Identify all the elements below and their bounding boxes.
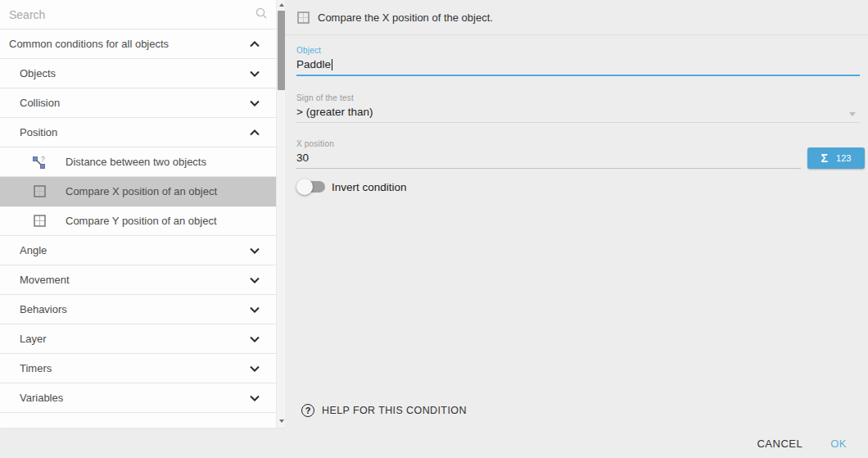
object-field-input[interactable]: Paddle xyxy=(296,55,860,75)
chevron-down-icon xyxy=(250,97,260,109)
condition-item-compare-y-position[interactable]: Compare Y position of an object xyxy=(0,206,276,236)
chevron-up-icon xyxy=(250,38,260,50)
numbers-123-icon: 123 xyxy=(836,153,851,163)
help-button[interactable]: ? HELP FOR THIS CONDITION xyxy=(285,404,868,429)
invert-condition-toggle[interactable] xyxy=(298,181,325,193)
sidebar-group-common-conditions[interactable]: Common conditions for all objects xyxy=(0,29,276,59)
help-question-icon: ? xyxy=(301,404,314,417)
sidebar-item-angle[interactable]: Angle xyxy=(0,236,276,265)
chevron-down-icon xyxy=(250,244,260,256)
condition-header: Compare the X position of the object. xyxy=(285,0,868,35)
search-input[interactable] xyxy=(9,8,255,21)
chevron-up-icon xyxy=(250,126,260,138)
text-cursor xyxy=(332,59,332,70)
chevron-down-icon xyxy=(250,392,260,404)
distance-icon: ? xyxy=(32,155,47,170)
sidebar-item-behaviors[interactable]: Behaviors xyxy=(0,295,276,324)
condition-title: Compare the X position of the object. xyxy=(318,11,493,24)
sidebar-item-position[interactable]: Position xyxy=(0,118,276,147)
help-button-label: HELP FOR THIS CONDITION xyxy=(322,405,467,416)
sign-select[interactable]: > (greater than) xyxy=(296,102,860,122)
x-position-field-block: X position 30 Σ 123 xyxy=(296,139,865,169)
chevron-down-icon xyxy=(250,274,260,286)
cancel-button[interactable]: CANCEL xyxy=(757,438,802,450)
expression-builder-button[interactable]: Σ 123 xyxy=(807,147,865,169)
chevron-down-icon xyxy=(250,303,260,315)
condition-item-compare-x-position[interactable]: Compare X position of an object xyxy=(0,177,276,206)
dropdown-caret-icon xyxy=(849,112,856,116)
search-row xyxy=(0,0,276,29)
condition-editor-panel: Compare the X position of the object. Ob… xyxy=(285,0,868,458)
x-position-input[interactable]: 30 xyxy=(296,148,801,168)
compare-y-position-icon xyxy=(32,214,47,229)
chevron-down-icon xyxy=(250,333,260,345)
compare-x-position-icon xyxy=(32,184,47,199)
sidebar-item-timers[interactable]: Timers xyxy=(0,354,276,383)
sidebar-item-variables[interactable]: Variables xyxy=(0,383,276,413)
compare-x-position-icon xyxy=(296,11,310,25)
chevron-down-icon xyxy=(250,362,260,374)
sidebar-scrollbar[interactable] xyxy=(276,0,285,428)
conditions-list: Common conditions for all objects Object… xyxy=(0,0,276,428)
condition-item-distance-between-two-objects[interactable]: ? Distance between two objects xyxy=(0,147,276,177)
sidebar-item-objects[interactable]: Objects xyxy=(0,59,276,88)
edit-condition-dialog: Common conditions for all objects Object… xyxy=(0,0,868,458)
sidebar-item-collision[interactable]: Collision xyxy=(0,88,276,118)
x-position-field-label: X position xyxy=(296,139,801,148)
ok-button[interactable]: OK xyxy=(830,438,847,450)
sigma-icon: Σ xyxy=(821,152,828,165)
sidebar-item-layer[interactable]: Layer xyxy=(0,324,276,354)
svg-text:?: ? xyxy=(41,155,45,163)
sidebar-item-movement[interactable]: Movement xyxy=(0,265,276,295)
scrollbar-thumb[interactable] xyxy=(278,11,285,90)
search-icon xyxy=(255,7,268,22)
toggle-thumb xyxy=(296,179,313,195)
invert-condition-label: Invert condition xyxy=(332,181,407,193)
sign-field-block: Sign of the test > (greater than) xyxy=(296,93,860,123)
conditions-sidebar: Common conditions for all objects Object… xyxy=(0,0,285,428)
dialog-actions: CANCEL OK xyxy=(285,429,868,458)
object-field-block: Object Paddle xyxy=(296,46,860,76)
invert-condition-row: Invert condition xyxy=(296,178,860,196)
sign-field-label: Sign of the test xyxy=(296,93,860,102)
chevron-down-icon xyxy=(250,67,260,79)
object-field-label: Object xyxy=(296,46,860,55)
spacer xyxy=(285,196,868,404)
